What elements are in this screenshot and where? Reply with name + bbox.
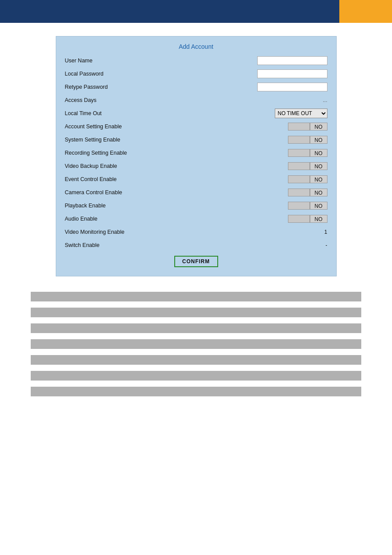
event-control-row: Event Control Enable NO [65, 174, 327, 185]
system-setting-value: NO [310, 136, 327, 144]
camera-control-label: Camera Control Enable [65, 189, 153, 196]
video-monitoring-row: Video Monitoring Enable 1 [65, 227, 327, 237]
audio-label: Audio Enable [65, 216, 153, 222]
camera-control-slider[interactable] [288, 189, 310, 196]
playback-slider[interactable] [288, 202, 310, 210]
stripe-2 [31, 308, 361, 317]
local-password-row: Local Password [65, 69, 327, 79]
camera-control-toggle[interactable]: NO [288, 189, 327, 196]
event-control-value: NO [310, 175, 327, 183]
access-days-label: Access Days [65, 97, 153, 103]
local-timeout-row: Local Time Out NO TIME OUT 1 MIN 5 MIN 1… [65, 108, 327, 119]
header-bar [0, 0, 392, 23]
switch-enable-control: - [153, 242, 327, 248]
recording-setting-toggle[interactable]: NO [288, 149, 327, 157]
add-account-form: Add Account User Name Local Password Ret… [56, 36, 337, 276]
recording-setting-row: Recording Setting Enable NO [65, 148, 327, 158]
retype-password-row: Retype Password [65, 82, 327, 92]
account-setting-control: NO [153, 123, 327, 131]
audio-control: NO [153, 215, 327, 223]
playback-label: Playback Enable [65, 203, 153, 209]
stripe-5 [31, 355, 361, 365]
stripe-6 [31, 371, 361, 381]
stripe-3 [31, 323, 361, 333]
system-setting-toggle[interactable]: NO [288, 136, 327, 144]
account-setting-row: Account Setting Enable NO [65, 121, 327, 132]
video-backup-row: Video Backup Enable NO [65, 161, 327, 171]
recording-setting-control: NO [153, 149, 327, 157]
local-password-input[interactable] [257, 69, 327, 78]
access-days-control: ... [153, 97, 327, 103]
username-control [153, 56, 327, 65]
timeout-select[interactable]: NO TIME OUT 1 MIN 5 MIN 10 MIN [275, 109, 327, 118]
system-setting-slider[interactable] [288, 136, 310, 144]
audio-value: NO [310, 215, 327, 223]
video-monitoring-label: Video Monitoring Enable [65, 229, 153, 235]
username-input[interactable] [257, 56, 327, 65]
camera-control-row: Camera Control Enable NO [65, 187, 327, 198]
confirm-button[interactable]: CONFIRM [174, 256, 218, 267]
account-setting-toggle[interactable]: NO [288, 123, 327, 131]
username-label: User Name [65, 58, 153, 64]
timeout-select-wrapper: NO TIME OUT 1 MIN 5 MIN 10 MIN [275, 109, 327, 118]
account-setting-value: NO [310, 123, 327, 131]
video-backup-value: NO [310, 162, 327, 170]
stripe-4 [31, 339, 361, 349]
video-monitoring-value[interactable]: 1 [301, 229, 327, 235]
retype-password-input[interactable] [257, 83, 327, 91]
retype-password-control [153, 83, 327, 91]
account-setting-slider[interactable] [288, 123, 310, 131]
video-backup-label: Video Backup Enable [65, 163, 153, 169]
video-backup-toggle[interactable]: NO [288, 162, 327, 170]
recording-setting-slider[interactable] [288, 149, 310, 157]
main-content: Add Account User Name Local Password Ret… [0, 23, 392, 416]
event-control-control: NO [153, 175, 327, 183]
audio-slider[interactable] [288, 215, 310, 223]
retype-password-label: Retype Password [65, 84, 153, 90]
stripes-section [31, 292, 361, 396]
playback-row: Playback Enable NO [65, 200, 327, 211]
video-monitoring-control: 1 [153, 229, 327, 235]
system-setting-control: NO [153, 136, 327, 144]
event-control-label: Event Control Enable [65, 176, 153, 182]
access-days-row: Access Days ... [65, 95, 327, 105]
camera-control-control: NO [153, 189, 327, 196]
playback-toggle[interactable]: NO [288, 202, 327, 210]
event-control-toggle[interactable]: NO [288, 175, 327, 183]
event-control-slider[interactable] [288, 175, 310, 183]
local-password-label: Local Password [65, 71, 153, 77]
switch-enable-row: Switch Enable - [65, 240, 327, 250]
account-setting-label: Account Setting Enable [65, 123, 153, 130]
local-timeout-label: Local Time Out [65, 110, 153, 116]
recording-setting-value: NO [310, 149, 327, 157]
switch-enable-label: Switch Enable [65, 242, 153, 248]
stripe-7 [31, 387, 361, 396]
form-title: Add Account [65, 43, 327, 50]
video-backup-slider[interactable] [288, 162, 310, 170]
system-setting-label: System Setting Enable [65, 137, 153, 143]
header-orange-accent [339, 0, 392, 23]
local-timeout-control: NO TIME OUT 1 MIN 5 MIN 10 MIN [153, 109, 327, 118]
audio-row: Audio Enable NO [65, 214, 327, 224]
username-row: User Name [65, 55, 327, 66]
playback-control: NO [153, 202, 327, 210]
access-days-value[interactable]: ... [323, 97, 327, 103]
playback-value: NO [310, 202, 327, 210]
camera-control-value: NO [310, 189, 327, 196]
audio-toggle[interactable]: NO [288, 215, 327, 223]
local-password-control [153, 69, 327, 78]
system-setting-row: System Setting Enable NO [65, 134, 327, 145]
recording-setting-label: Recording Setting Enable [65, 150, 153, 156]
video-backup-control: NO [153, 162, 327, 170]
switch-enable-value[interactable]: - [301, 242, 327, 248]
stripe-1 [31, 292, 361, 301]
